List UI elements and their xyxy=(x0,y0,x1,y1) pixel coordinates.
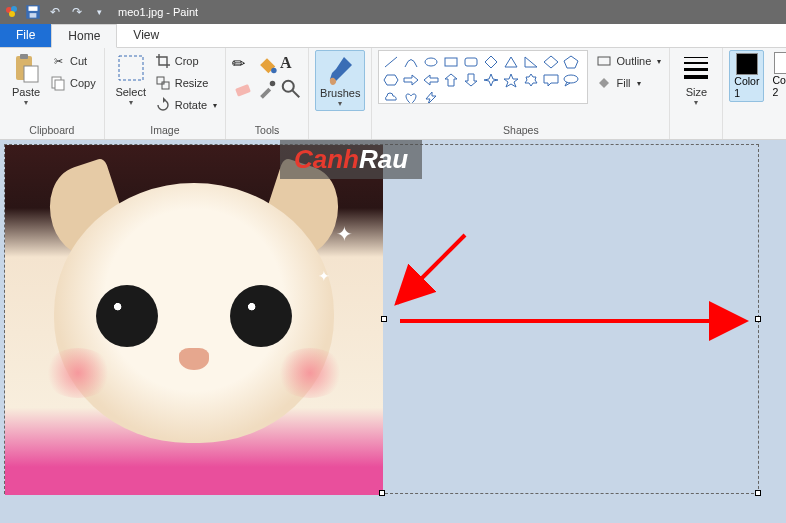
text-tool[interactable]: A xyxy=(280,54,302,76)
shape-pentagon[interactable] xyxy=(562,54,580,70)
shape-callout-cloud[interactable] xyxy=(382,90,400,104)
resize-handle-image-right[interactable] xyxy=(381,316,387,322)
svg-rect-12 xyxy=(157,77,164,84)
shapes-gallery[interactable] xyxy=(378,50,588,104)
group-label: Image xyxy=(111,122,219,139)
chevron-down-icon: ▾ xyxy=(338,99,342,108)
size-button[interactable]: Size ▾ xyxy=(676,50,716,109)
brush-icon xyxy=(324,53,356,85)
shape-line[interactable] xyxy=(382,54,400,70)
quick-access-toolbar: ↶ ↷ ▾ xyxy=(24,3,108,21)
color2-button[interactable]: Color 2 xyxy=(768,50,786,100)
cut-icon: ✂ xyxy=(50,53,66,69)
outline-icon xyxy=(596,53,612,69)
svg-marker-29 xyxy=(484,74,498,86)
group-clipboard: Paste ▾ ✂Cut Copy Clipboard xyxy=(0,48,105,139)
resize-icon xyxy=(155,75,171,91)
color1-button[interactable]: Color 1 xyxy=(729,50,764,102)
qat-dropdown-icon[interactable]: ▾ xyxy=(90,3,108,21)
svg-marker-31 xyxy=(525,74,537,86)
svg-marker-27 xyxy=(564,56,578,68)
svg-marker-23 xyxy=(485,56,497,68)
svg-marker-30 xyxy=(504,74,518,87)
outline-button[interactable]: Outline▾ xyxy=(594,50,663,72)
shape-rtriangle[interactable] xyxy=(522,54,540,70)
chevron-down-icon: ▾ xyxy=(129,98,133,107)
shape-arrow-u[interactable] xyxy=(442,72,460,88)
svg-rect-22 xyxy=(465,58,477,66)
rotate-button[interactable]: Rotate▾ xyxy=(153,94,219,116)
svg-point-2 xyxy=(9,11,15,17)
copy-button[interactable]: Copy xyxy=(48,72,98,94)
svg-rect-8 xyxy=(24,66,38,82)
brushes-button[interactable]: Brushes ▾ xyxy=(315,50,365,111)
canvas[interactable]: ✦ ✦ xyxy=(4,144,759,494)
shape-lightning[interactable] xyxy=(422,90,440,104)
cut-button[interactable]: ✂Cut xyxy=(48,50,98,72)
shape-hexagon[interactable] xyxy=(382,72,400,88)
paste-button[interactable]: Paste ▾ xyxy=(6,50,46,109)
shape-oval[interactable] xyxy=(422,54,440,70)
shape-callout-rect[interactable] xyxy=(542,72,560,88)
shape-curve[interactable] xyxy=(402,54,420,70)
canvas-area: ✦ ✦ CanhRau xyxy=(0,140,786,523)
svg-rect-34 xyxy=(598,57,610,65)
svg-line-35 xyxy=(397,235,465,303)
resize-button[interactable]: Resize xyxy=(153,72,219,94)
svg-marker-28 xyxy=(384,75,398,85)
svg-rect-7 xyxy=(20,54,28,59)
shape-roundrect[interactable] xyxy=(462,54,480,70)
app-icon xyxy=(4,4,20,20)
eraser-tool[interactable] xyxy=(232,78,254,100)
fill-button[interactable]: Fill▾ xyxy=(594,72,663,94)
shape-arrow-r[interactable] xyxy=(402,72,420,88)
resize-handle-right[interactable] xyxy=(755,316,761,322)
ribbon: Paste ▾ ✂Cut Copy Clipboard Select ▾ Cro… xyxy=(0,48,786,140)
undo-icon[interactable]: ↶ xyxy=(46,3,64,21)
group-label xyxy=(315,122,365,139)
shape-heart[interactable] xyxy=(402,90,420,104)
bucket-tool[interactable] xyxy=(256,54,278,76)
svg-rect-5 xyxy=(30,13,37,18)
tab-view[interactable]: View xyxy=(117,24,175,47)
shape-rect[interactable] xyxy=(442,54,460,70)
group-tools: ✏ A Tools xyxy=(226,48,309,139)
tab-file[interactable]: File xyxy=(0,24,51,47)
redo-icon[interactable]: ↷ xyxy=(68,3,86,21)
resize-handle-corner[interactable] xyxy=(755,490,761,496)
title-bar: ↶ ↷ ▾ meo1.jpg - Paint xyxy=(0,0,786,24)
svg-rect-10 xyxy=(55,80,64,90)
svg-point-17 xyxy=(283,81,294,92)
svg-rect-13 xyxy=(162,82,169,89)
select-button[interactable]: Select ▾ xyxy=(111,50,151,109)
shape-star4[interactable] xyxy=(482,72,500,88)
pencil-tool[interactable]: ✏ xyxy=(232,54,254,76)
watermark: CanhRau xyxy=(280,140,422,179)
shape-callout-oval[interactable] xyxy=(562,72,580,88)
save-icon[interactable] xyxy=(24,3,42,21)
svg-marker-25 xyxy=(525,57,537,67)
shape-star6[interactable] xyxy=(522,72,540,88)
shape-arrow-l[interactable] xyxy=(422,72,440,88)
shape-diamond[interactable] xyxy=(542,54,560,70)
tab-home[interactable]: Home xyxy=(51,24,117,48)
shape-star5[interactable] xyxy=(502,72,520,88)
window-title: meo1.jpg - Paint xyxy=(118,6,198,18)
shape-arrow-d[interactable] xyxy=(462,72,480,88)
picker-tool[interactable] xyxy=(256,78,278,100)
shape-polygon[interactable] xyxy=(482,54,500,70)
group-label: Clipboard xyxy=(6,122,98,139)
crop-button[interactable]: Crop xyxy=(153,50,219,72)
resize-handle-bottom[interactable] xyxy=(379,490,385,496)
group-image: Select ▾ Crop Resize Rotate▾ Image xyxy=(105,48,226,139)
svg-rect-21 xyxy=(445,58,457,66)
magnifier-tool[interactable] xyxy=(280,78,302,100)
group-brushes: Brushes ▾ xyxy=(309,48,372,139)
group-shapes: Outline▾ Fill▾ Shapes xyxy=(372,48,670,139)
rotate-icon xyxy=(155,97,171,113)
svg-rect-15 xyxy=(235,84,251,96)
svg-marker-24 xyxy=(505,57,517,67)
svg-point-20 xyxy=(425,58,437,66)
shape-triangle[interactable] xyxy=(502,54,520,70)
group-size: Size ▾ xyxy=(670,48,723,139)
